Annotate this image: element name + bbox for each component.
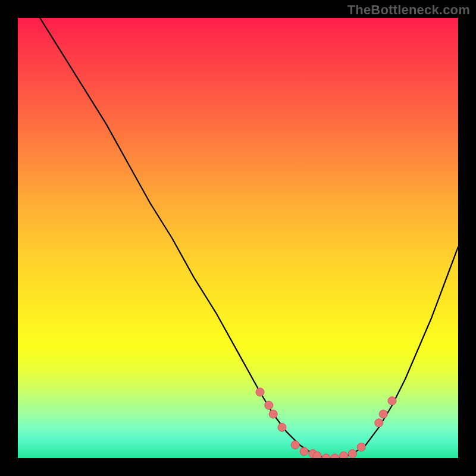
data-marker [331,454,339,458]
data-marker [278,423,286,431]
plot-area [18,18,458,458]
data-marker [300,447,308,456]
data-marker [313,452,321,458]
data-marker [291,441,299,449]
data-marker [256,388,264,396]
chart-svg [18,18,458,458]
chart-frame: TheBottleneck.com [0,0,476,476]
data-marker [357,443,365,452]
bottleneck-curve [40,18,458,458]
data-marker [322,454,330,458]
data-marker [388,397,396,405]
data-marker [340,452,348,458]
data-marker [265,401,273,409]
data-marker [269,410,277,418]
data-marker [348,450,356,458]
attribution-label: TheBottleneck.com [347,2,470,18]
data-marker [379,410,387,418]
data-marker [375,419,383,427]
data-markers [256,388,396,458]
